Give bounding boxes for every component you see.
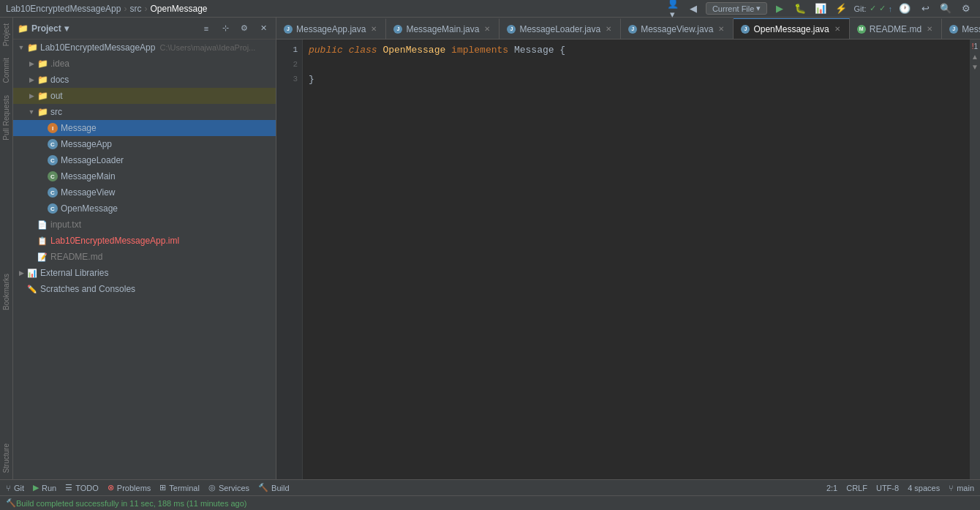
breadcrumb-sep2: › — [144, 4, 147, 14]
code-line-2 — [309, 57, 964, 72]
commit-label[interactable]: Commit — [1, 52, 12, 89]
project-close-button[interactable]: ✕ — [255, 22, 271, 35]
tab-messagemain-close[interactable]: ✕ — [483, 24, 491, 34]
debug-button[interactable]: 🐛 — [792, 2, 808, 15]
tab-messageloader-icon: J — [507, 25, 516, 34]
breadcrumb-sep1: › — [124, 4, 127, 14]
tree-item-messageloader[interactable]: ▶ C MessageLoader — [13, 152, 276, 168]
services-icon: ◎ — [208, 483, 216, 492]
profile-button[interactable]: 👤▾ — [665, 2, 681, 15]
pull-requests-label[interactable]: Pull Requests — [1, 89, 12, 146]
tree-item-idea[interactable]: ▶ 📁 .idea — [13, 56, 276, 72]
tab-message[interactable]: J Messag... ✕ — [942, 18, 980, 39]
inputtxt-file-icon: 📄 — [37, 219, 48, 230]
tab-readme-icon: M — [857, 25, 866, 34]
iml-file-icon: 📋 — [37, 235, 48, 247]
branch-indicator[interactable]: ⑂ main — [949, 484, 974, 492]
build-icon-small: 🔨 — [6, 498, 16, 508]
docs-arrow-icon: ▶ — [26, 75, 37, 85]
encoding[interactable]: UTF-8 — [876, 484, 899, 492]
terminal-button[interactable]: ⊞ Terminal — [159, 483, 200, 492]
tab-openmessage-close[interactable]: ✕ — [833, 24, 842, 34]
root-folder-icon: 📁 — [26, 42, 38, 53]
profile-run-button[interactable]: ⚡ — [833, 2, 849, 15]
tree-item-messageview[interactable]: ▶ C MessageView — [13, 184, 276, 200]
scroll-down-icon[interactable]: ▼ — [971, 62, 979, 72]
tree-item-external-libraries[interactable]: ▶ 📊 External Libraries — [13, 265, 276, 281]
openmessage-label: OpenMessage — [61, 203, 118, 214]
tree-item-messageapp[interactable]: ▶ C MessageApp — [13, 136, 276, 152]
scroll-to-file-button[interactable]: ⊹ — [217, 22, 233, 35]
settings-button[interactable]: ⚙ — [958, 2, 974, 15]
tab-messageview[interactable]: J MessageView.java ✕ — [621, 18, 734, 39]
collapse-all-button[interactable]: ≡ — [198, 22, 214, 35]
services-label: Services — [219, 484, 249, 492]
line-numbers: 1 2 3 — [276, 40, 303, 479]
scratches-icon: ✏️ — [26, 283, 38, 295]
tab-messageloader-close[interactable]: ✕ — [604, 24, 613, 34]
root-arrow-icon: ▼ — [16, 42, 26, 53]
tab-messagemain[interactable]: J MessageMain.java ✕ — [386, 18, 500, 39]
undo-button[interactable]: ↩ — [917, 2, 933, 15]
structure-label[interactable]: Structure — [1, 438, 12, 479]
project-label[interactable]: Project — [1, 18, 12, 52]
tree-item-docs[interactable]: ▶ 📁 docs — [13, 72, 276, 88]
cursor-position[interactable]: 2:1 — [826, 484, 837, 492]
tree-item-message[interactable]: ▶ I Message — [13, 120, 276, 136]
tree-item-src[interactable]: ▼ 📁 src — [13, 104, 276, 120]
indent-label: 4 spaces — [908, 484, 940, 492]
tab-messageapp-icon: J — [284, 25, 293, 34]
run-button[interactable]: ▶ — [772, 2, 788, 15]
tab-messageapp-close[interactable]: ✕ — [369, 24, 378, 34]
tree-item-messagemain[interactable]: ▶ C MessageMain — [13, 168, 276, 184]
build-button[interactable]: 🔨 Build — [258, 483, 289, 492]
code-editor[interactable]: public class OpenMessage implements Mess… — [303, 40, 970, 479]
todo-button[interactable]: ☰ TODO — [65, 483, 99, 492]
scroll-up-icon[interactable]: ▲ — [971, 52, 979, 62]
tab-messageview-close[interactable]: ✕ — [717, 24, 725, 34]
idea-label: .idea — [50, 59, 69, 69]
search-everywhere-button[interactable]: 🔍 — [938, 2, 954, 15]
tab-messageloader-label: MessageLoader.java — [519, 24, 600, 34]
breadcrumb-part2: src — [129, 4, 141, 14]
indent-setting[interactable]: 4 spaces — [908, 484, 940, 492]
coverage-button[interactable]: 📊 — [813, 2, 829, 15]
problems-button[interactable]: ⊗ Problems — [108, 483, 151, 492]
bookmarks-label[interactable]: Bookmarks — [1, 268, 12, 316]
idea-arrow-icon: ▶ — [26, 59, 37, 69]
tab-readme-close[interactable]: ✕ — [925, 24, 934, 34]
project-dropdown-icon: ▾ — [64, 23, 69, 34]
build-message: Build completed successfully in 11 sec, … — [16, 499, 247, 508]
openmessage-class-icon: C — [47, 203, 59, 214]
tree-item-scratches[interactable]: ▶ ✏️ Scratches and Consoles — [13, 281, 276, 297]
project-folder-icon: 📁 — [18, 23, 29, 34]
src-arrow-icon: ▼ — [26, 107, 37, 117]
services-button[interactable]: ◎ Services — [208, 483, 249, 492]
tree-item-readme[interactable]: ▶ 📝 README.md — [13, 249, 276, 265]
line-ending[interactable]: CRLF — [846, 484, 867, 492]
tab-readme[interactable]: M README.md ✕ — [850, 18, 942, 39]
tree-item-inputtxt[interactable]: ▶ 📄 input.txt — [13, 217, 276, 233]
tree-item-out[interactable]: ▶ 📁 out — [13, 88, 276, 104]
back-button[interactable]: ◀ — [685, 2, 701, 15]
tree-root[interactable]: ▼ 📁 Lab10EncryptedMessageApp C:\Users\ma… — [13, 40, 276, 56]
project-settings-button[interactable]: ⚙ — [236, 22, 252, 35]
tab-openmessage[interactable]: J OpenMessage.java ✕ — [734, 18, 849, 39]
run-tool-button[interactable]: ▶ Run — [33, 483, 56, 492]
iml-label: Lab10EncryptedMessageApp.iml — [50, 236, 179, 246]
encoding-label: UTF-8 — [876, 484, 899, 492]
tree-item-iml[interactable]: ▶ 📋 Lab10EncryptedMessageApp.iml — [13, 233, 276, 249]
messageapp-label: MessageApp — [61, 139, 112, 149]
tab-messagemain-label: MessageMain.java — [406, 24, 479, 34]
messageloader-class-icon: C — [47, 154, 59, 166]
git-tool-button[interactable]: ⑂ Git — [6, 484, 24, 492]
messagemain-label: MessageMain — [61, 171, 116, 181]
tree-item-openmessage[interactable]: ▶ C OpenMessage — [13, 200, 276, 217]
current-file-button[interactable]: Current File ▾ — [706, 2, 767, 15]
problems-icon: ⊗ — [108, 483, 114, 492]
history-button[interactable]: 🕐 — [897, 2, 913, 15]
messageloader-label: MessageLoader — [61, 155, 124, 165]
line-num-3: 3 — [276, 72, 302, 86]
tab-messageapp[interactable]: J MessageApp.java ✕ — [276, 18, 386, 39]
tab-messageloader[interactable]: J MessageLoader.java ✕ — [500, 18, 621, 39]
